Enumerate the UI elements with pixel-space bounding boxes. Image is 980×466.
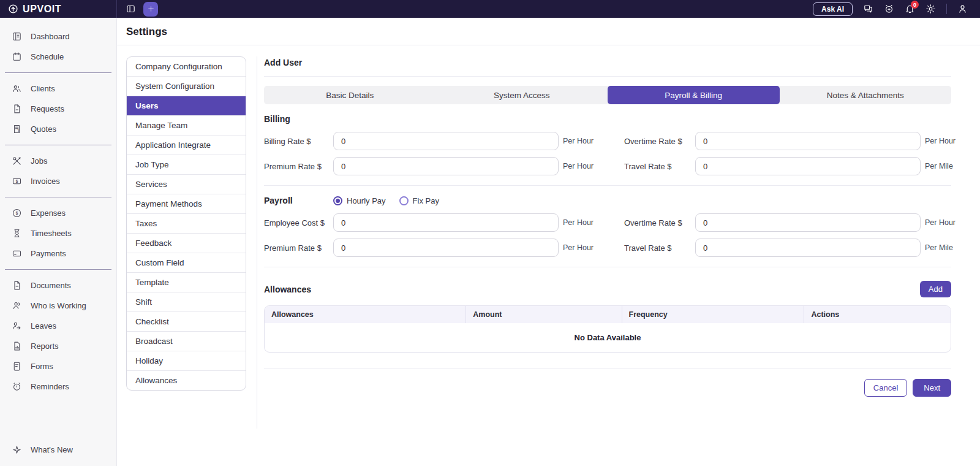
settings-menu-item-allowances[interactable]: Allowances <box>127 371 246 390</box>
travel-rate-unit: Per Mile <box>921 162 951 170</box>
settings-menu-item-holiday[interactable]: Holiday <box>127 351 246 371</box>
settings-menu: Company Configuration System Configurati… <box>126 56 246 391</box>
sidebar-item-invoices[interactable]: $ Invoices <box>0 171 116 191</box>
settings-menu-item-users[interactable]: Users <box>127 96 246 116</box>
settings-menu-item-job-type[interactable]: Job Type <box>127 155 246 175</box>
sidebar-item-whats-new[interactable]: What's New <box>0 440 116 466</box>
sidebar-item-reports[interactable]: Reports <box>0 336 116 356</box>
section-divider <box>264 369 951 369</box>
radio-unselected-icon <box>399 196 409 205</box>
user-profile-icon[interactable] <box>957 4 968 14</box>
sidebar-item-dashboard[interactable]: Dashboard <box>0 26 116 47</box>
billing-rate-unit: Per Hour <box>559 137 624 145</box>
credit-card-icon <box>12 248 22 259</box>
sidebar-item-forms[interactable]: Forms <box>0 356 116 376</box>
alarm-add-icon[interactable] <box>884 4 894 14</box>
sidebar-item-label: Clients <box>31 84 55 93</box>
tab-system-access[interactable]: System Access <box>436 86 608 104</box>
employee-cost-input[interactable] <box>333 213 559 232</box>
sidebar-item-expenses[interactable]: $ Expenses <box>0 203 116 223</box>
fix-pay-radio[interactable]: Fix Pay <box>399 196 439 205</box>
sidebar-item-label: Forms <box>31 362 53 371</box>
payroll-overtime-rate-input[interactable] <box>695 213 921 232</box>
hourly-pay-radio[interactable]: Hourly Pay <box>333 196 386 205</box>
radio-selected-icon <box>333 196 342 205</box>
page-title: Settings <box>126 18 951 45</box>
payroll-premium-rate-input[interactable] <box>333 239 559 257</box>
sidebar-item-label: Schedule <box>31 52 64 61</box>
dollar-circle-icon: $ <box>12 208 22 218</box>
upvoit-logo-icon <box>8 4 18 14</box>
hourglass-icon <box>12 228 22 239</box>
sidebar-item-timesheets[interactable]: Timesheets <box>0 223 116 243</box>
overtime-rate-input[interactable] <box>695 132 921 150</box>
cancel-button[interactable]: Cancel <box>864 379 907 397</box>
sidebar-item-reminders[interactable]: Reminders <box>0 376 116 397</box>
sidebar-item-leaves[interactable]: Leaves <box>0 316 116 336</box>
add-allowance-button[interactable]: Add <box>920 281 951 297</box>
form-title: Add User <box>264 56 951 76</box>
person-active-icon <box>12 300 22 311</box>
no-data-message: No Data Available <box>265 323 951 352</box>
sidebar-item-label: Jobs <box>31 156 47 166</box>
employee-cost-unit: Per Hour <box>559 218 624 227</box>
tab-payroll-billing[interactable]: Payroll & Billing <box>608 86 780 104</box>
payroll-travel-rate-unit: Per Mile <box>921 243 951 252</box>
sidebar-item-requests[interactable]: Requests <box>0 99 116 119</box>
payroll-heading-row: Payroll Hourly Pay Fix Pay <box>264 196 951 205</box>
sidebar-item-payments[interactable]: Payments <box>0 243 116 264</box>
tab-basic-details[interactable]: Basic Details <box>264 86 436 104</box>
billing-rate-input[interactable] <box>333 132 559 150</box>
main-content: Settings Company Configuration System Co… <box>117 18 980 466</box>
sidebar-divider <box>5 72 111 73</box>
payroll-travel-rate-input[interactable] <box>695 239 921 257</box>
ask-ai-button[interactable]: Ask AI <box>813 2 853 16</box>
fix-pay-label: Fix Pay <box>413 196 439 205</box>
calendar-icon <box>12 52 22 62</box>
invoice-icon: $ <box>12 176 22 186</box>
settings-menu-item-broadcast[interactable]: Broadcast <box>127 332 246 351</box>
settings-menu-item-shift[interactable]: Shift <box>127 292 246 312</box>
sidebar-item-label: Expenses <box>31 208 66 218</box>
billing-row-1: Billing Rate $ Per Hour Overtime Rate $ … <box>264 132 951 150</box>
sidebar-item-schedule[interactable]: Schedule <box>0 47 116 67</box>
settings-menu-item-checklist[interactable]: Checklist <box>127 312 246 332</box>
sidebar-toggle-icon[interactable] <box>126 4 136 14</box>
sidebar-item-label: Leaves <box>31 321 56 330</box>
settings-menu-item-system-configuration[interactable]: System Configuration <box>127 77 246 96</box>
sidebar-item-jobs[interactable]: Jobs <box>0 151 116 171</box>
next-button[interactable]: Next <box>913 379 951 397</box>
settings-menu-item-services[interactable]: Services <box>127 175 246 194</box>
billing-row-2: Premium Rate $ Per Hour Travel Rate $ Pe… <box>264 157 951 175</box>
form-actions: Cancel Next <box>264 379 951 397</box>
settings-menu-item-manage-team[interactable]: Manage Team <box>127 116 246 136</box>
sidebar-item-documents[interactable]: Documents <box>0 275 116 296</box>
settings-menu-item-payment-methods[interactable]: Payment Methods <box>127 194 246 214</box>
report-icon <box>12 341 22 351</box>
tab-notes-attachments[interactable]: Notes & Attachments <box>780 86 952 104</box>
premium-rate-label: Premium Rate $ <box>264 162 333 171</box>
settings-menu-item-feedback[interactable]: Feedback <box>127 234 246 253</box>
premium-rate-input[interactable] <box>333 157 559 175</box>
payroll-overtime-rate-unit: Per Hour <box>921 218 951 227</box>
sidebar-item-who-is-working[interactable]: Who is Working <box>0 296 116 316</box>
payroll-row-2: Premium Rate $ Per Hour Travel Rate $ Pe… <box>264 239 951 257</box>
travel-rate-input[interactable] <box>695 157 921 175</box>
quick-add-button[interactable] <box>143 2 158 17</box>
gear-icon[interactable] <box>925 4 936 14</box>
settings-menu-item-template[interactable]: Template <box>127 273 246 292</box>
notification-badge: 0 <box>911 1 919 9</box>
sidebar-item-quotes[interactable]: ? Quotes <box>0 119 116 139</box>
overtime-rate-label: Overtime Rate $ <box>624 137 695 146</box>
settings-menu-item-custom-field[interactable]: Custom Field <box>127 253 246 273</box>
sidebar-item-clients[interactable]: Clients <box>0 78 116 99</box>
brand-name: UPVOIT <box>23 4 61 15</box>
notifications-button[interactable]: 0 <box>905 4 915 14</box>
document-icon <box>12 280 22 291</box>
settings-menu-item-taxes[interactable]: Taxes <box>127 214 246 234</box>
settings-menu-item-application-integrate[interactable]: Application Integrate <box>127 136 246 155</box>
settings-menu-item-company-configuration[interactable]: Company Configuration <box>127 57 246 77</box>
topbar: UPVOIT Ask AI 0 <box>0 0 980 18</box>
chat-icon[interactable] <box>863 4 873 14</box>
col-allowances: Allowances <box>265 306 466 323</box>
